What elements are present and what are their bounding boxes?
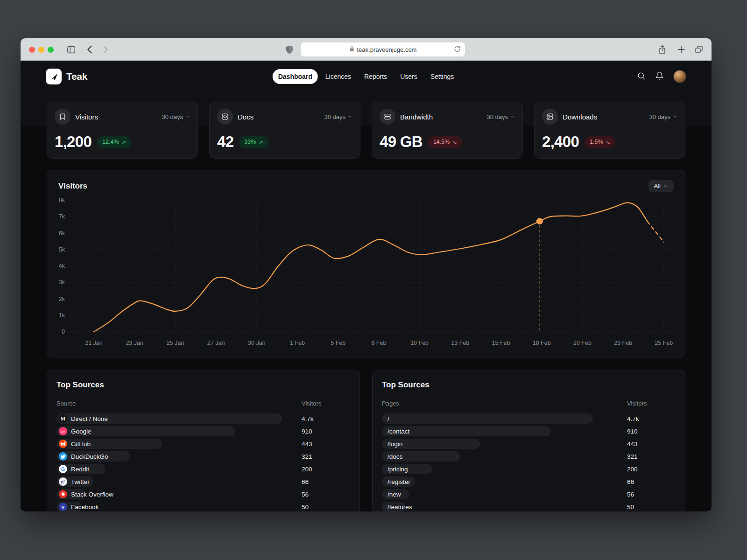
bookmark-icon <box>55 109 70 125</box>
row-value: 56 <box>627 491 676 498</box>
top-sources-by-page-card: Top Sources Pages Visitors /4.7k/contact… <box>372 370 685 511</box>
forward-icon[interactable] <box>101 45 110 54</box>
teak-logo-icon <box>46 69 62 84</box>
column-header-visitors: Visitors <box>627 400 676 407</box>
page-row: /login443 <box>382 439 676 449</box>
row-label: Direct / None <box>71 415 108 422</box>
visitors-chart-card: Visitors All 8k7k6k5k4k3k2k1k021 Jan23 J… <box>47 170 685 357</box>
row-label: /pricing <box>388 466 408 473</box>
vimeo-icon: V <box>59 503 67 511</box>
stat-card-docs: Docs 30 days 42 33%↗ <box>209 102 360 159</box>
row-value: 50 <box>302 504 350 511</box>
new-tab-icon[interactable] <box>677 45 686 54</box>
source-row: GReddit200 <box>56 464 350 474</box>
svg-text:27 Jan: 27 Jan <box>207 340 225 346</box>
stat-title: Visitors <box>75 113 98 121</box>
back-icon[interactable] <box>85 45 94 54</box>
zoom-window-button[interactable] <box>48 47 54 53</box>
source-row: MDirect / None4.7k <box>56 413 350 424</box>
svg-text:7k: 7k <box>59 213 65 220</box>
stat-card-visitors: Visitors 30 days 1,200 12.4%↗ <box>47 102 198 159</box>
notifications-bell-icon[interactable] <box>655 71 664 82</box>
privacy-shield-icon[interactable] <box>285 45 294 54</box>
app-logo[interactable]: Teak <box>46 69 87 84</box>
invision-icon: in <box>59 427 67 435</box>
url-bar[interactable]: teak.praveenjuge.com <box>301 42 465 56</box>
row-label: Twitter <box>71 478 90 485</box>
row-value: 321 <box>627 453 676 460</box>
period-dropdown[interactable]: 30 days <box>649 113 677 120</box>
tab-overview-icon[interactable] <box>694 45 704 54</box>
column-header-pages: Pages <box>382 400 627 407</box>
row-label: Google <box>71 428 92 435</box>
row-value: 4.7k <box>627 415 676 422</box>
period-dropdown[interactable]: 30 days <box>486 113 515 120</box>
search-icon[interactable] <box>637 71 646 82</box>
nav-users[interactable]: Users <box>395 69 423 84</box>
svg-text:G: G <box>61 466 65 472</box>
reload-icon[interactable] <box>454 45 461 54</box>
page-row: /docs321 <box>382 451 676 462</box>
flower-icon: ✺ <box>59 490 67 498</box>
row-label: / <box>388 415 389 422</box>
trend-badge: 33%↗ <box>239 136 268 148</box>
row-value: 50 <box>627 504 676 511</box>
row-value: 443 <box>302 441 350 448</box>
visitors-line-chart: 8k7k6k5k4k3k2k1k021 Jan23 Jan25 Jan27 Ja… <box>47 195 683 353</box>
svg-text:4k: 4k <box>59 263 65 269</box>
yahoo-icon: y! <box>59 477 67 486</box>
logo-text: Teak <box>66 71 87 82</box>
nav-settings[interactable]: Settings <box>425 69 460 84</box>
row-label: /new <box>388 491 401 498</box>
row-value: 200 <box>627 466 676 473</box>
page-row: /features50 <box>382 502 676 511</box>
svg-text:25 Jan: 25 Jan <box>167 340 184 346</box>
page-row: /register66 <box>382 476 676 487</box>
page-rows: /4.7k/contact910/login443/docs321/pricin… <box>382 413 676 511</box>
url-text: teak.praveenjuge.com <box>357 46 417 53</box>
chart-filter-dropdown[interactable]: All <box>648 180 674 192</box>
stat-value: 49 GB <box>380 133 423 151</box>
nav-dashboard[interactable]: Dashboard <box>273 69 318 84</box>
page-row: /contact910 <box>382 426 676 436</box>
code-doc-icon <box>217 109 233 125</box>
svg-text:8k: 8k <box>59 197 65 203</box>
svg-text:30 Jan: 30 Jan <box>248 340 266 346</box>
svg-text:2k: 2k <box>59 296 65 302</box>
svg-text:0: 0 <box>62 329 65 335</box>
row-label: /login <box>388 441 402 448</box>
minimize-window-button[interactable] <box>38 47 44 53</box>
row-value: 200 <box>302 466 350 473</box>
trend-badge: 14.5%↘ <box>428 136 462 148</box>
nav-reports[interactable]: Reports <box>359 69 393 84</box>
svg-text:in: in <box>61 429 65 434</box>
row-value: 4.7k <box>302 415 350 422</box>
source-rows: MDirect / None4.7kinGoogle910GitHub443Du… <box>56 413 350 511</box>
table-title: Top Sources <box>56 380 350 390</box>
trend-badge: 12.4%↗ <box>97 136 131 148</box>
chart-highlight-point <box>536 218 543 224</box>
svg-text:6k: 6k <box>59 230 65 237</box>
svg-text:1 Feb: 1 Feb <box>290 340 305 346</box>
row-value: 910 <box>627 428 676 435</box>
svg-text:3k: 3k <box>59 279 65 286</box>
user-avatar[interactable] <box>673 70 686 83</box>
stat-card-bandwidth: Bandwidth 30 days 49 GB 14.5%↘ <box>372 102 523 159</box>
share-icon[interactable] <box>657 45 667 54</box>
row-label: /register <box>388 478 410 485</box>
svg-text:18 Feb: 18 Feb <box>533 340 551 346</box>
period-dropdown[interactable]: 30 days <box>162 113 190 120</box>
stat-card-downloads: Downloads 30 days 2,400 1.5%↘ <box>534 102 685 159</box>
svg-text:y!: y! <box>60 479 64 484</box>
browser-window: teak.praveenjuge.com Teak Dashboard <box>21 38 712 511</box>
sidebar-toggle-icon[interactable] <box>66 45 76 54</box>
svg-text:25 Feb: 25 Feb <box>655 340 673 346</box>
nav-licences[interactable]: Licences <box>320 69 357 84</box>
browser-chrome: teak.praveenjuge.com <box>21 38 712 61</box>
row-label: DuckDuckGo <box>71 453 108 460</box>
close-window-button[interactable] <box>29 47 35 53</box>
period-dropdown[interactable]: 30 days <box>324 113 352 120</box>
svg-text:5 Feb: 5 Feb <box>331 340 345 346</box>
medium-icon: M <box>59 414 67 423</box>
svg-text:13 Feb: 13 Feb <box>451 340 469 346</box>
